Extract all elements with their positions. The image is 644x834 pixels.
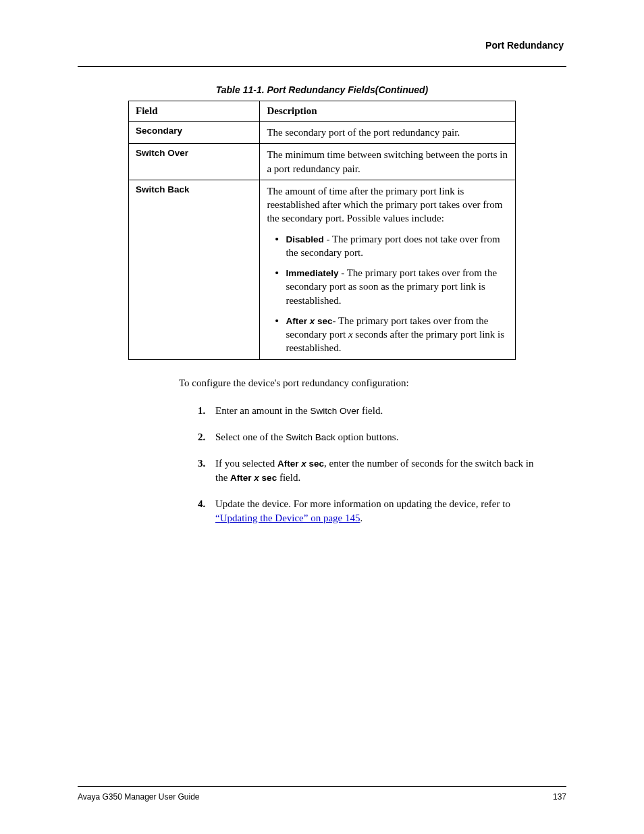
footer-left: Avaya G350 Manager User Guide <box>78 792 200 802</box>
bullet-label: Immediately <box>286 268 338 278</box>
table-header-row: Field Description <box>129 101 516 122</box>
step-bold2-post: sec <box>259 473 277 483</box>
step-bold-post: sec <box>306 459 324 469</box>
step-4: 4.Update the device. For more informatio… <box>198 497 539 525</box>
page-header: Port Redundancy <box>78 39 566 67</box>
bullet-dash: - <box>332 315 338 326</box>
page-content: Table 11-1. Port Redundancy Fields(Conti… <box>78 67 566 525</box>
bullet-label: Disabled <box>286 234 323 244</box>
step-post: field. <box>277 472 300 483</box>
step-pre: Enter an amount in the <box>215 405 310 416</box>
bullet-text-ital: x <box>348 329 353 340</box>
desc-secondary: The secondary port of the port redundanc… <box>260 122 516 144</box>
table-row: Switch Back The amount of time after the… <box>129 180 516 359</box>
bullet-label-post: sec <box>315 316 332 326</box>
step-bold-ital: x <box>301 459 306 469</box>
step-pre: Select one of the <box>215 432 286 442</box>
table-caption: Table 11-1. Port Redundancy Fields(Conti… <box>78 84 566 95</box>
update-device-link[interactable]: “Updating the Device” on page 145 <box>215 513 360 523</box>
step-3: 3.If you selected After x sec, enter the… <box>198 457 539 485</box>
step-number: 4. <box>198 497 205 511</box>
footer-right: 137 <box>553 792 566 802</box>
steps-list: 1.Enter an amount in the Switch Over fie… <box>198 404 566 525</box>
field-switch-back: Switch Back <box>129 180 260 359</box>
desc-switch-over: The minimum time between switching betwe… <box>260 144 516 180</box>
field-secondary: Secondary <box>129 122 260 144</box>
step-bold2-ital: x <box>254 473 259 483</box>
list-item: After x sec- The primary port takes over… <box>286 314 508 355</box>
step-term: Switch Over <box>310 406 359 416</box>
step-1: 1.Enter an amount in the Switch Over fie… <box>198 404 539 418</box>
step-term: Switch Back <box>286 432 336 442</box>
table-row: Switch Over The minimum time between swi… <box>129 144 516 180</box>
step-pre: Update the device. For more information … <box>215 498 510 509</box>
page-footer: Avaya G350 Manager User Guide 137 <box>78 786 566 802</box>
switch-back-list: Disabled - The primary port does not tak… <box>267 232 508 355</box>
config-intro: To configure the device's port redundanc… <box>179 377 566 389</box>
step-number: 1. <box>198 404 205 418</box>
step-post: option buttons. <box>336 432 399 442</box>
bullet-label-pre: After <box>286 316 309 326</box>
step-post: field. <box>359 405 383 416</box>
field-switch-over: Switch Over <box>129 144 260 180</box>
step-pre: If you selected <box>215 458 277 469</box>
col-description: Description <box>260 101 516 122</box>
desc-switch-back: The amount of time after the primary por… <box>260 180 516 359</box>
step-number: 2. <box>198 430 205 444</box>
redundancy-table: Field Description Secondary The secondar… <box>128 101 516 360</box>
step-bold2-pre: After <box>230 473 254 483</box>
table-row: Secondary The secondary port of the port… <box>129 122 516 144</box>
switch-back-intro: The amount of time after the primary por… <box>267 186 502 224</box>
bullet-dash: - <box>324 234 332 244</box>
header-title: Port Redundancy <box>485 40 564 51</box>
col-field: Field <box>129 101 260 122</box>
step-number: 3. <box>198 457 205 471</box>
step-post: . <box>360 513 363 523</box>
bullet-dash: - <box>338 267 346 278</box>
step-bold-pre: After <box>277 459 301 469</box>
list-item: Immediately - The primary port takes ove… <box>286 266 508 307</box>
list-item: Disabled - The primary port does not tak… <box>286 232 508 260</box>
step-2: 2.Select one of the Switch Back option b… <box>198 430 539 444</box>
